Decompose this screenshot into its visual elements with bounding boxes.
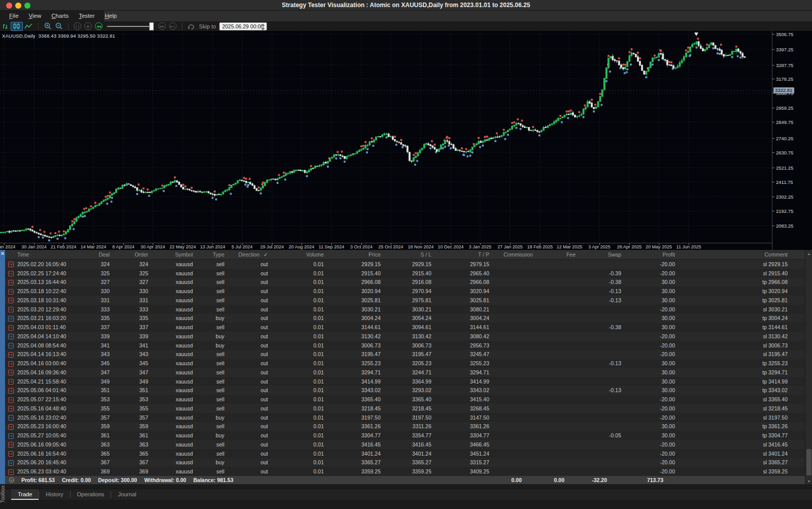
toolbox-vertical-label[interactable]: Toolbox	[0, 480, 7, 509]
cell-symbol: xauusd	[149, 333, 194, 339]
speed-slider-handle[interactable]	[149, 22, 154, 30]
cell-deal: 333	[73, 306, 111, 312]
column-header-deal[interactable]: Deal	[73, 251, 111, 258]
cell-sl: 3197.50	[382, 415, 432, 421]
candlestick-mode-icon[interactable]	[11, 22, 23, 31]
cell-volume: 0.01	[269, 261, 325, 267]
pause-icon[interactable]: ❙❙	[74, 22, 81, 30]
cell-tp: 2979.15	[432, 261, 490, 267]
table-row[interactable]: ↪2025.03.18 10:31:40331331xauusdsellout0…	[5, 296, 805, 305]
rewind-icon[interactable]: ◀◀	[95, 22, 103, 30]
deal-sell-icon: ↪	[8, 379, 14, 385]
column-header-sl[interactable]: S / L	[382, 251, 432, 258]
close-panel-icon[interactable]: ✕	[0, 251, 5, 256]
table-row[interactable]: ↪2025.04.21 15:58:40349349xauusdsellout0…	[5, 377, 805, 386]
cell-order: 369	[111, 468, 149, 474]
column-header-commission[interactable]: Commission	[490, 251, 534, 258]
cell-time: 2025.05.16 23:02:40	[17, 415, 73, 421]
skip-to-end-icon[interactable]: ▶❙	[169, 22, 177, 30]
table-row[interactable]: ↪2025.03.18 10:22:40330330xauusdsellout0…	[5, 287, 805, 296]
stop-icon[interactable]: ◼	[84, 22, 92, 30]
cell-deal: 330	[73, 288, 111, 294]
column-header-order[interactable]: Order	[111, 251, 149, 258]
table-row[interactable]: ↪2025.02.20 16:05:40324324xauusdsellout0…	[5, 260, 805, 269]
tab-operations[interactable]: Operations	[71, 489, 111, 500]
column-header-price[interactable]: Price	[325, 251, 382, 258]
cell-price: 3416.45	[325, 441, 382, 448]
tab-journal[interactable]: Journal	[111, 489, 143, 500]
cell-deal: 341	[73, 342, 111, 348]
date-axis[interactable]: 8 Jan 202430 Jan 202421 Feb 202414 Mar 2…	[0, 243, 772, 250]
expand-summary-icon[interactable]: +	[9, 478, 14, 483]
price-axis[interactable]: 3506.753397.253287.753178.253068.752959.…	[772, 31, 812, 250]
cell-direction: out	[225, 369, 269, 375]
cell-symbol: xauusd	[149, 378, 194, 385]
table-row[interactable]: ↪2025.05.06 04:01:40351351xauusdsellout0…	[5, 386, 805, 395]
table-row[interactable]: ↪2025.05.07 22:15:40353353xauusdsellout0…	[5, 395, 805, 404]
zoom-in-icon[interactable]	[42, 22, 53, 31]
cell-direction: out	[225, 387, 269, 393]
cell-price: 3255.23	[325, 360, 382, 366]
table-row[interactable]: ↪2025.04.14 16:13:40343343xauusdsellout0…	[5, 350, 805, 359]
menu-item-charts[interactable]: Charts	[46, 11, 74, 21]
column-header-tp[interactable]: T / P	[432, 251, 490, 258]
table-row[interactable]: ↪2025.02.25 17:24:40325325xauusdsellout0…	[5, 269, 805, 278]
column-header-time[interactable]: Time	[17, 251, 73, 258]
table-row[interactable]: ↪2025.04.03 01:11:40337337xauusdsellout0…	[5, 323, 805, 332]
table-row[interactable]: ↪2025.03.13 16:44:40327327xauusdsellout0…	[5, 278, 805, 287]
cell-type: sell	[194, 279, 225, 285]
table-row[interactable]: ↪2025.06.16 16:54:40365365xauusdsellout0…	[5, 449, 805, 458]
cell-symbol: xauusd	[149, 405, 194, 411]
fast-forward-icon[interactable]: ▶▶	[158, 22, 166, 30]
speed-slider[interactable]	[107, 22, 154, 30]
column-header-profit[interactable]: Profit	[622, 251, 676, 258]
datetime-stepper[interactable]	[261, 24, 265, 30]
column-header-fee[interactable]: Fee	[534, 251, 577, 258]
deal-sell-icon: ↪	[8, 298, 14, 303]
table-row[interactable]: ↪2025.04.08 08:54:40341341xauusdbuyout0.…	[5, 341, 805, 350]
table-row[interactable]: ↪2025.03.21 16:03:20335335xauusdbuyout0.…	[5, 314, 805, 323]
line-chart-mode-icon[interactable]	[23, 22, 35, 31]
column-header-volume[interactable]: Volume	[269, 251, 325, 258]
column-header-type[interactable]: Type	[194, 251, 225, 258]
cell-profit: 30.00	[622, 432, 676, 438]
menu-item-view[interactable]: View	[24, 11, 47, 21]
table-row[interactable]: ↪2025.04.04 14:10:40339339xauusdbuyout0.…	[5, 332, 805, 341]
table-row[interactable]: ↪2025.06.23 03:40:40369369xauusdsellout0…	[5, 467, 805, 476]
table-row[interactable]: ↪2025.05.16 04:48:40355355xauusdsellout0…	[5, 404, 805, 413]
table-scrollbar[interactable]: ▲ ▼	[805, 250, 812, 489]
column-header-direction[interactable]: Direction ✓	[225, 251, 269, 258]
column-header-symbol[interactable]: Symbol	[149, 251, 194, 258]
column-header-swap[interactable]: Swap	[577, 251, 622, 258]
table-row[interactable]: ↪2025.05.16 23:02:40357357xauusdbuyout0.…	[5, 413, 805, 422]
table-row[interactable]: ↪2025.05.23 16:00:40359359xauusdsellout0…	[5, 422, 805, 431]
skip-to-datetime-input[interactable]: 2025.06.29 00:00	[219, 22, 267, 30]
price-tick-label: 2740.25	[776, 136, 793, 141]
table-row[interactable]: ↪2025.06.20 16:45:40367367xauusdbuyout0.…	[5, 458, 805, 467]
column-header-comment[interactable]: Comment	[676, 251, 805, 258]
zoom-out-icon[interactable]	[53, 22, 64, 31]
cell-swap: -0.13	[577, 360, 622, 366]
menu-item-help[interactable]: Help	[100, 11, 122, 21]
scrollbar-thumb[interactable]	[806, 449, 811, 475]
table-row[interactable]: ↪2025.04.16 03:00:40345345xauusdsellout0…	[5, 359, 805, 368]
candlestick-chart[interactable]: XAUUSD,Daily 3368.43 3369.94 3295.50 332…	[0, 31, 772, 243]
cell-deal: 335	[73, 315, 111, 321]
cell-price: 3414.99	[325, 378, 382, 385]
table-row[interactable]: ↪2025.05.27 10:05:40361361xauusdbuyout0.…	[5, 431, 805, 440]
table-row[interactable]: ↪2025.06.16 09:05:40363363xauusdsellout0…	[5, 440, 805, 449]
direction-filter-check-icon[interactable]: ✓	[263, 251, 268, 258]
menu-item-file[interactable]: File	[4, 11, 24, 21]
bar-chart-mode-icon[interactable]	[0, 22, 11, 31]
replay-icon[interactable]	[186, 22, 197, 31]
tab-trade[interactable]: Trade	[11, 489, 39, 500]
tab-history[interactable]: History	[39, 489, 70, 500]
cell-direction: out	[225, 270, 269, 276]
deals-table-header[interactable]: TimeDealOrderSymbolTypeDirection ✓Volume…	[5, 250, 805, 260]
scroll-up-icon[interactable]: ▲	[805, 250, 812, 257]
cell-sl: 3030.21	[382, 306, 432, 312]
menu-item-tester[interactable]: Tester	[74, 11, 99, 21]
table-row[interactable]: ↪2025.03.20 12:29:40333333xauusdsellout0…	[5, 305, 805, 314]
table-row[interactable]: ↪2025.04.16 09:36:40347347xauusdsellout0…	[5, 368, 805, 377]
cell-volume: 0.01	[269, 468, 325, 474]
